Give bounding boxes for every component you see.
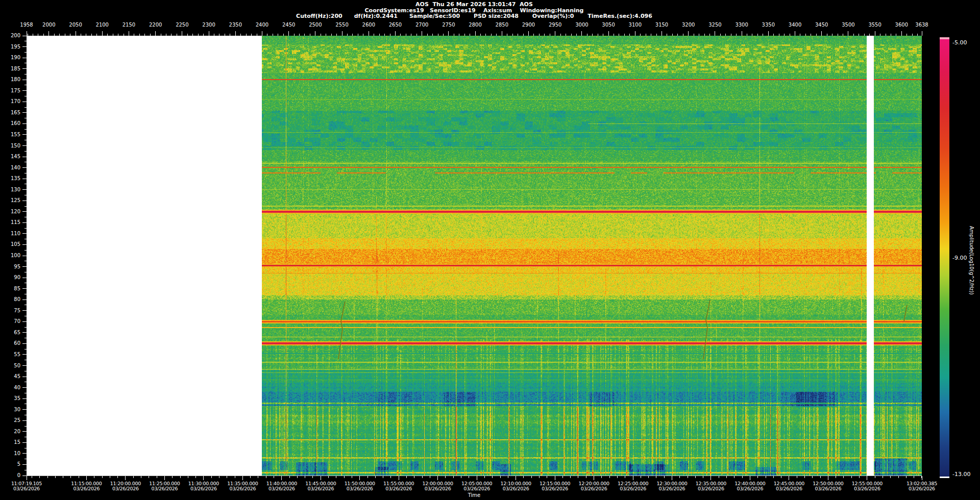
time-axis-minor-tick — [477, 476, 477, 478]
top-axis-tick-label: 2000 — [42, 22, 55, 28]
top-axis-major-tick — [342, 31, 342, 36]
left-axis-tick-label: 200 — [0, 33, 20, 38]
left-axis-tick-label: 125 — [0, 198, 20, 203]
left-axis-tick-label: 140 — [0, 165, 20, 170]
time-axis-minor-tick — [570, 476, 571, 478]
time-axis-minor-tick — [843, 476, 844, 478]
left-axis-major-tick — [22, 102, 27, 102]
top-axis-major-tick — [288, 31, 289, 36]
time-axis-minor-tick — [188, 476, 188, 478]
colorbar — [940, 37, 949, 478]
time-axis-minor-tick — [757, 476, 758, 478]
top-axis-tick-label: 3200 — [682, 22, 695, 28]
time-axis-minor-tick — [656, 476, 656, 478]
left-axis-tick-label: 55 — [0, 352, 20, 357]
time-axis-minor-tick — [523, 476, 524, 478]
spectrogram-canvas[interactable] — [27, 36, 922, 476]
time-axis-minor-tick — [555, 476, 555, 478]
left-axis-major-tick — [22, 420, 27, 421]
time-axis-minor-tick — [133, 476, 134, 478]
top-axis-tick-label: 3300 — [735, 22, 748, 28]
left-axis-tick-label: 100 — [0, 253, 20, 258]
time-axis-minor-tick — [422, 476, 423, 478]
top-axis-tick-label: 3450 — [815, 22, 828, 28]
time-axis-minor-tick — [164, 476, 165, 478]
time-axis-minor-tick — [328, 476, 329, 478]
left-axis-tick-label: 90 — [0, 275, 20, 280]
left-axis-tick-label: 80 — [0, 297, 20, 302]
top-axis-major-tick — [848, 31, 848, 36]
left-axis-major-tick — [22, 310, 27, 311]
time-axis-minor-tick — [359, 476, 360, 478]
left-axis-major-tick — [22, 167, 27, 168]
time-axis-minor-tick — [102, 476, 103, 478]
time-axis-minor-tick — [766, 476, 766, 478]
left-axis-tick-label: 95 — [0, 264, 20, 269]
time-axis-tick-label: 12:55:00.00003/26/2026 — [839, 481, 895, 491]
left-axis-major-tick — [22, 123, 27, 124]
left-axis-tick-label: 85 — [0, 286, 20, 291]
left-axis-tick-label: 180 — [0, 77, 20, 82]
top-axis-tick-label: 2500 — [309, 22, 322, 28]
time-axis-minor-tick — [32, 476, 32, 478]
time-axis-minor-tick — [742, 476, 743, 478]
top-axis-major-tick — [581, 31, 582, 36]
time-axis-minor-tick — [39, 476, 40, 478]
time-axis-minor-tick — [710, 476, 711, 478]
left-axis-tick-label: 40 — [0, 385, 20, 390]
top-axis-tick-label: 2850 — [496, 22, 508, 28]
left-axis-tick-label: 15 — [0, 440, 20, 445]
header-title: AOS Thu 26 Mar 2026 13:01:47 AOS — [27, 2, 922, 7]
left-axis-major-tick — [22, 332, 27, 333]
time-axis-minor-tick — [344, 476, 345, 478]
time-axis-minor-tick — [86, 476, 87, 478]
left-axis-major-tick — [22, 377, 27, 377]
time-axis-minor-tick — [890, 476, 891, 478]
top-axis-tick-label: 2050 — [69, 22, 82, 28]
left-axis-tick-label: 5 — [0, 462, 20, 467]
time-axis-minor-tick — [125, 476, 126, 478]
time-axis-major-tick — [27, 476, 27, 480]
time-axis-minor-tick — [227, 476, 227, 478]
left-axis-major-tick — [22, 409, 27, 410]
time-axis-minor-tick — [586, 476, 586, 478]
time-axis-minor-tick — [94, 476, 94, 478]
time-axis-minor-tick — [679, 476, 680, 478]
top-axis-major-tick — [48, 31, 49, 36]
left-axis-major-tick — [22, 157, 27, 157]
left-axis-tick-label: 135 — [0, 176, 20, 181]
left-axis-tick-label: 30 — [0, 407, 20, 412]
time-axis-minor-tick — [55, 476, 56, 478]
time-axis-minor-tick — [445, 476, 446, 478]
time-axis-minor-tick — [79, 476, 79, 478]
time-axis-minor-tick — [898, 476, 899, 478]
top-axis-major-tick — [475, 31, 476, 36]
top-axis-tick-label: 3550 — [868, 22, 881, 28]
time-axis-minor-tick — [180, 476, 181, 478]
top-axis-major-tick — [635, 31, 635, 36]
time-axis-minor-tick — [453, 476, 454, 478]
left-axis-tick-label: 190 — [0, 55, 20, 60]
time-axis-minor-tick — [906, 476, 906, 478]
time-axis-minor-tick — [461, 476, 461, 478]
date-label: 03/26/2026 — [894, 486, 950, 491]
top-axis-major-tick — [182, 31, 182, 36]
top-axis-major-tick — [102, 31, 103, 36]
top-axis-tick-label: 2900 — [522, 22, 535, 28]
time-axis-minor-tick — [235, 476, 235, 478]
top-axis-major-tick — [209, 31, 209, 36]
time-axis-minor-tick — [211, 476, 212, 478]
time-axis-minor-tick — [508, 476, 508, 478]
left-axis-major-tick — [22, 244, 27, 245]
time-axis-minor-tick — [281, 476, 282, 478]
left-axis-major-tick — [22, 58, 27, 58]
left-axis-major-tick — [22, 222, 27, 223]
left-axis-major-tick — [22, 299, 27, 300]
time-axis-minor-tick — [781, 476, 781, 478]
time-axis-minor-tick — [516, 476, 516, 478]
top-axis-major-tick — [555, 31, 555, 36]
time-axis-minor-tick — [297, 476, 298, 478]
left-axis-major-tick — [22, 145, 27, 146]
time-axis-minor-tick — [750, 476, 750, 478]
left-axis-tick-label: 45 — [0, 374, 20, 379]
